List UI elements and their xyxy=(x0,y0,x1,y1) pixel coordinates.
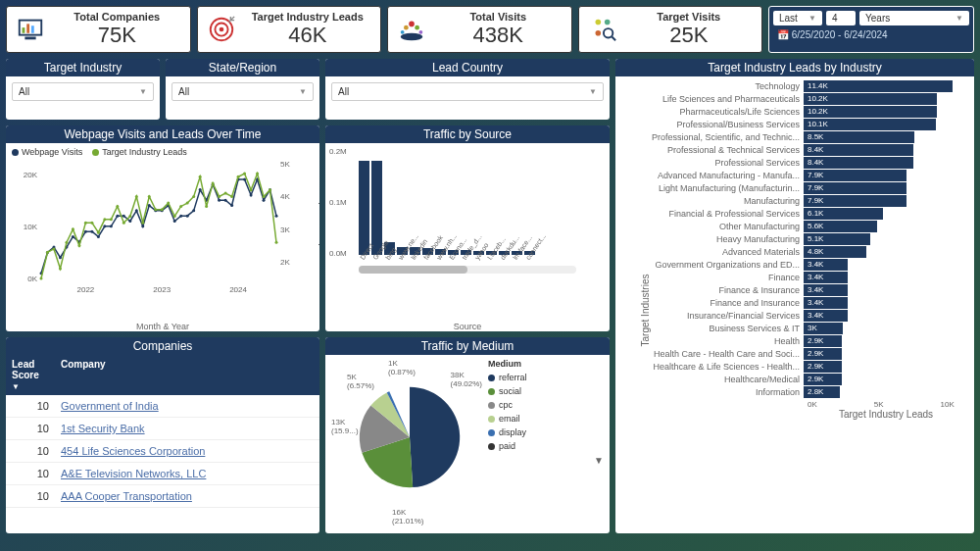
svg-point-73 xyxy=(84,222,87,225)
svg-point-40 xyxy=(116,215,119,218)
hbar[interactable]: 4.8K xyxy=(804,246,866,258)
date-unit-select[interactable]: Years▼ xyxy=(859,11,969,25)
legend-item-target-leads[interactable]: Target Industry Leads xyxy=(92,147,187,157)
svg-rect-3 xyxy=(31,25,34,33)
svg-point-15 xyxy=(604,20,610,25)
filter-select[interactable]: All▼ xyxy=(172,82,314,101)
date-mode-select[interactable]: Last▼ xyxy=(773,11,822,25)
hbar[interactable]: 2.9K xyxy=(804,374,842,385)
col-company[interactable]: Company xyxy=(55,355,319,395)
hbar[interactable]: 2.9K xyxy=(804,361,842,373)
svg-point-94 xyxy=(218,195,220,198)
horizontal-scrollbar[interactable] xyxy=(359,266,576,274)
hbar-row: Health Care - Health Care and Soci...2.9… xyxy=(627,348,968,360)
company-link[interactable]: A&E Television Networks, LLC xyxy=(61,468,206,479)
chevron-down-icon: ▼ xyxy=(956,14,963,23)
hbar[interactable]: 3.4K xyxy=(804,284,848,296)
hbar[interactable]: 8.4K xyxy=(804,144,913,156)
hbar-label: Insurance/Financial Services xyxy=(627,311,804,321)
line-chart[interactable]: 0K10K20K2K3K4K5K202220232024 xyxy=(12,159,306,306)
hbar[interactable]: 5.6K xyxy=(804,221,877,232)
hbar[interactable]: 10.2K xyxy=(804,93,937,105)
hbar-label: Advanced Materials xyxy=(627,247,804,257)
legend-item-webpage-visits[interactable]: Webpage Visits xyxy=(12,147,82,157)
dashboard-icon xyxy=(15,14,46,45)
company-link[interactable]: AAA Cooper Transportation xyxy=(61,490,192,502)
hbar[interactable]: 11.4K xyxy=(804,80,953,92)
hbar-row: Healthcare & Life Sciences - Health...2.… xyxy=(627,361,968,373)
table-row: 10AAA Cooper Transportation xyxy=(6,485,319,508)
hbar-label: Professional Services xyxy=(627,158,804,168)
kpi-label: Total Companies xyxy=(52,11,182,23)
hbar[interactable]: 3.4K xyxy=(804,297,848,309)
hbar[interactable]: 8.4K xyxy=(804,157,913,169)
svg-point-76 xyxy=(103,218,106,221)
hbar[interactable]: 10.2K xyxy=(804,106,937,118)
horizontal-bar-chart[interactable]: Technology11.4KLife Sciences and Pharmac… xyxy=(627,80,968,398)
date-range-text: 6/25/2020 - 6/24/2024 xyxy=(792,29,888,40)
legend-item[interactable]: display xyxy=(488,427,604,437)
legend-item[interactable]: paid xyxy=(488,441,604,451)
svg-point-35 xyxy=(84,230,87,233)
svg-point-97 xyxy=(237,175,240,178)
company-link[interactable]: 454 Life Sciences Corporation xyxy=(61,445,205,457)
hbar[interactable]: 3.4K xyxy=(804,310,848,322)
hbar[interactable]: 2.9K xyxy=(804,348,842,360)
hbar[interactable]: 7.9K xyxy=(804,182,906,194)
x-axis-ticks: 0K 5K 10K xyxy=(808,400,968,409)
date-qty-select[interactable]: 4 xyxy=(826,11,856,25)
filter-select[interactable]: All▼ xyxy=(331,82,604,101)
hbar[interactable]: 3.4K xyxy=(804,272,848,283)
hbar[interactable]: 2.9K xyxy=(804,335,842,347)
legend-item[interactable]: email xyxy=(488,414,604,424)
svg-text:20K: 20K xyxy=(24,171,38,179)
chevron-down-icon: ▼ xyxy=(589,87,597,96)
svg-point-49 xyxy=(173,220,176,223)
legend-dot-icon xyxy=(12,149,19,156)
svg-point-63 xyxy=(263,199,266,202)
legend-label: social xyxy=(499,386,521,396)
hbar-label: Professional/Business Services xyxy=(627,120,804,129)
hbar-label: Other Manufacturing xyxy=(627,222,804,231)
hbar[interactable]: 8.5K xyxy=(804,131,914,143)
hbar[interactable]: 7.9K xyxy=(804,170,906,181)
people-icon xyxy=(396,14,427,45)
panel-title: Traffic by Source xyxy=(325,125,610,143)
hbar[interactable]: 3.4K xyxy=(804,259,848,271)
svg-point-71 xyxy=(72,227,74,230)
hbar[interactable]: 7.9K xyxy=(804,195,906,207)
hbar-row: Advanced Manufacturing - Manufa...7.9K xyxy=(627,170,968,181)
y-axis-label: Target Industries xyxy=(640,275,651,347)
filter-lead-country: Lead Country All▼ xyxy=(325,59,610,120)
hbar[interactable]: 10.1K xyxy=(804,119,936,130)
hbar-row: Technology11.4K xyxy=(627,80,968,92)
svg-point-85 xyxy=(161,208,164,211)
pie-legend: Medium referralsocialcpcemaildisplaypaid… xyxy=(488,359,604,529)
date-mode-value: Last xyxy=(779,13,798,24)
svg-point-39 xyxy=(110,225,113,227)
hbar[interactable]: 2.8K xyxy=(804,386,840,398)
pie-ann-pct: (49.02%) xyxy=(451,379,482,388)
legend-item[interactable]: social xyxy=(488,386,604,396)
bar[interactable] xyxy=(359,161,369,255)
xtick: 10K xyxy=(941,400,955,409)
company-link[interactable]: Government of India xyxy=(61,400,159,412)
bar[interactable] xyxy=(371,161,382,255)
pie-ann-val: 5K xyxy=(347,373,357,381)
filter-select[interactable]: All▼ xyxy=(12,82,154,101)
kpi-label: Target Industry Leads xyxy=(243,11,373,23)
pie-ann-val: 16K xyxy=(392,508,406,517)
hbar-label: Information xyxy=(627,387,804,397)
hbar-row: Life Sciences and Pharmaceuticals10.2K xyxy=(627,93,968,105)
pie-more-icon[interactable]: ▼ xyxy=(488,455,604,466)
col-lead-score[interactable]: Lead Score▼ xyxy=(6,355,55,395)
hbar[interactable]: 3K xyxy=(804,323,843,334)
legend-label: Webpage Visits xyxy=(22,147,82,157)
hbar[interactable]: 5.1K xyxy=(804,233,870,245)
x-axis-label: Target Industry Leads xyxy=(804,409,968,420)
legend-item[interactable]: cpc xyxy=(488,400,604,410)
svg-point-31 xyxy=(59,256,62,259)
hbar[interactable]: 6.1K xyxy=(804,208,883,220)
legend-item[interactable]: referral xyxy=(488,373,604,382)
company-link[interactable]: 1st Security Bank xyxy=(61,423,145,434)
